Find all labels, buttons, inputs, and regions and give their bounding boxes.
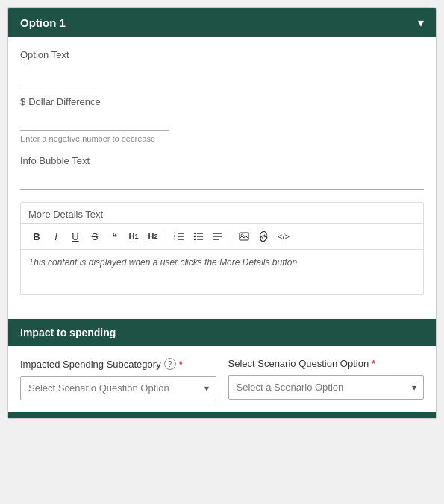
image-button[interactable] [236,228,252,245]
svg-point-9 [194,233,196,234]
svg-point-11 [194,239,196,240]
ordered-list-button[interactable]: 123 [171,228,187,245]
card-header: Option 1 ▾ [8,8,436,37]
dollar-helper-text: Enter a negative number to decrease [20,134,424,143]
section-divider [20,295,424,307]
impact-section-header: Impact to spending [8,319,436,346]
card-title: Option 1 [20,16,66,29]
underline-button[interactable]: U [67,228,84,245]
required-star-2: * [372,358,375,369]
card-body: Option Text $ Dollar Difference Enter a … [8,37,436,307]
help-icon[interactable]: ? [164,358,176,370]
option-text-group: Option Text [20,49,424,84]
svg-text:3: 3 [174,237,176,241]
impact-body: Impacted Spending Subcategory ? * Select… [8,346,436,412]
dollar-symbol: $ [20,96,25,107]
impact-col-2: Select Scenario Question Option * Select… [228,358,425,400]
chevron-down-icon[interactable]: ▾ [418,16,424,30]
option-text-label: Option Text [20,49,424,60]
impact-col-1: Impacted Spending Subcategory ? * Select… [20,358,216,400]
dollar-label-text: Dollar Difference [28,96,101,107]
svg-rect-15 [240,233,248,240]
subcategory-dropdown-wrapper: Select Scenario Question Option ▾ [20,376,216,400]
more-details-section: More Details Text B I U S ❝ H1 H2 123 [20,202,424,295]
svg-point-16 [241,234,243,236]
svg-point-10 [194,236,196,237]
dollar-label: $ Dollar Difference [20,96,424,107]
required-star-1: * [179,359,183,370]
scenario-question-label: Select Scenario Question Option * [228,358,425,369]
info-bubble-input[interactable] [20,169,424,190]
editor-content[interactable]: This content is displayed when a user cl… [21,250,423,294]
bold-button[interactable]: B [28,228,45,245]
align-button[interactable] [210,228,226,245]
info-bubble-label: Info Bubble Text [20,155,424,166]
dollar-input[interactable] [20,110,169,131]
option-text-input[interactable] [20,63,424,84]
info-bubble-group: Info Bubble Text [20,155,424,190]
scenario-option-dropdown-wrapper: Select a Scenario Option ▾ [228,375,425,400]
h1-button[interactable]: H1 [125,228,142,245]
editor-toolbar: B I U S ❝ H1 H2 123 [21,223,423,250]
bottom-bar [8,412,436,418]
toolbar-separator-1 [166,230,166,242]
scenario-option-dropdown[interactable]: Select a Scenario Option [228,375,425,400]
italic-button[interactable]: I [48,228,64,245]
h2-button[interactable]: H2 [145,228,161,245]
blockquote-button[interactable]: ❝ [106,228,122,245]
subcategory-dropdown[interactable]: Select Scenario Question Option [20,376,216,400]
option-card: Option 1 ▾ Option Text $ Dollar Differen… [7,7,437,419]
impacted-subcategory-label: Impacted Spending Subcategory ? * [20,358,216,370]
strikethrough-button[interactable]: S [87,228,103,245]
toolbar-separator-2 [231,230,231,242]
unordered-list-button[interactable] [190,228,207,245]
link-button[interactable] [255,228,272,245]
impact-row: Impacted Spending Subcategory ? * Select… [20,358,424,400]
code-button[interactable]: </> [275,228,293,245]
impact-section-title: Impact to spending [20,327,116,338]
dollar-difference-group: $ Dollar Difference Enter a negative num… [20,96,424,143]
impacted-subcategory-text: Impacted Spending Subcategory [20,359,161,370]
more-details-label: More Details Text [21,203,423,223]
scenario-question-text: Select Scenario Question Option [228,358,369,369]
